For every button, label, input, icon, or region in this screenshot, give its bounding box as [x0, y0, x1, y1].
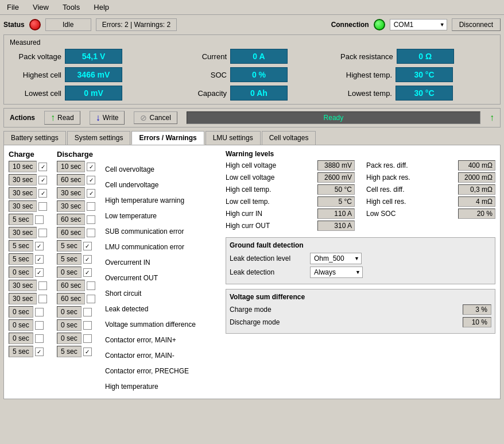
write-button[interactable]: ↓ Write: [90, 111, 125, 125]
charge-column-header: Charge: [9, 150, 55, 159]
discharge-checkbox-8[interactable]: [83, 268, 92, 277]
menu-file[interactable]: File: [3, 2, 22, 13]
charge-time-14: 5 sec: [9, 346, 33, 357]
charge-checkbox-9[interactable]: [38, 281, 47, 290]
menu-view[interactable]: View: [29, 2, 52, 13]
charge-checkbox-5[interactable]: [38, 229, 47, 237]
charge-row: 5 sec: [9, 240, 55, 252]
read-button[interactable]: ↑ Read: [44, 111, 80, 125]
capacity-group: Capacity 0 Ah: [175, 86, 329, 101]
leak-detection-select-wrapper[interactable]: Always Never Charging Discharging: [310, 267, 363, 278]
error-names-rows: Cell overvoltageCell undervoltageHigh te…: [105, 161, 220, 394]
discharge-checkbox-11[interactable]: [83, 308, 92, 316]
warning-right-label-3: High cell res.: [366, 198, 406, 206]
charge-row: 5 sec: [9, 253, 55, 265]
discharge-row: 0 sec: [57, 306, 103, 318]
read-icon: ↑: [51, 113, 55, 123]
tab-errors-warnings[interactable]: Errors / Warnings: [131, 131, 204, 145]
cancel-label: Cancel: [149, 114, 170, 122]
current-label: Current: [175, 52, 227, 61]
charge-checkbox-7[interactable]: [35, 255, 44, 264]
discharge-checkbox-5[interactable]: [87, 229, 95, 237]
discharge-row: 30 sec: [57, 200, 103, 212]
error-name-item: LMU communication error: [105, 239, 220, 254]
error-name-item: High temperature: [105, 379, 220, 394]
highest-temp-label: Highest temp.: [340, 71, 392, 79]
discharge-row: 30 sec: [57, 187, 103, 199]
charge-checkbox-6[interactable]: [35, 242, 44, 250]
charge-checkbox-4[interactable]: [35, 215, 44, 224]
leak-detection-level-select[interactable]: Ohm_500 Ohm_1000 Ohm_2000: [310, 253, 362, 264]
charge-row: 10 sec: [9, 161, 55, 172]
charge-mode-label: Charge mode: [230, 306, 272, 314]
discharge-checkbox-12[interactable]: [83, 321, 92, 330]
charge-checkbox-10[interactable]: [38, 295, 47, 303]
discharge-checkbox-4[interactable]: [87, 215, 95, 224]
discharge-row: 0 sec: [57, 333, 103, 344]
menubar: File View Tools Help: [0, 0, 504, 15]
tab-cell-voltages[interactable]: Cell voltages: [262, 131, 316, 145]
lowest-cell-label: Lowest cell: [10, 89, 61, 98]
warning-left-value-3: 5 °C: [317, 196, 355, 207]
voltage-sum-diff-section: Voltage sum difference Charge mode 3 % D…: [226, 289, 495, 334]
charge-rows: 10 sec 30 sec 30 sec 30 sec 5 sec 30 sec…: [9, 161, 55, 357]
warning-right-value-2: 0,3 mΩ: [458, 184, 495, 195]
charge-checkbox-13[interactable]: [35, 334, 44, 343]
highest-temp-group: Highest temp. 30 °C: [340, 67, 494, 82]
error-name-item: Voltage summation difference: [105, 316, 220, 332]
charge-checkbox-0[interactable]: [38, 163, 47, 171]
charge-checkbox-2[interactable]: [38, 189, 47, 198]
disconnect-button[interactable]: Disconnect: [452, 18, 501, 31]
cancel-button[interactable]: ⊘ Cancel: [134, 111, 177, 124]
lowest-cell-group: Lowest cell 0 mV: [10, 86, 164, 101]
discharge-checkbox-6[interactable]: [83, 242, 92, 250]
leak-detection-row: Leak detection Always Never Charging Dis…: [230, 267, 491, 278]
discharge-time-1: 60 sec: [57, 174, 85, 186]
menu-tools[interactable]: Tools: [59, 2, 83, 13]
charge-checkbox-3[interactable]: [38, 202, 47, 211]
warning-left-value-1: 2600 mV: [317, 172, 355, 183]
warning-columns: High cell voltage 3880 mV Low cell volta…: [226, 160, 495, 233]
charge-time-12: 0 sec: [9, 319, 33, 331]
connection-group: Connection COM1 Disconnect: [331, 18, 501, 31]
charge-row: 0 sec: [9, 306, 55, 318]
soc-group: SOC 0 %: [175, 67, 329, 82]
discharge-checkbox-1[interactable]: [87, 176, 95, 184]
charge-row: 5 sec: [9, 214, 55, 225]
discharge-checkbox-10[interactable]: [87, 295, 95, 303]
capacity-label: Capacity: [175, 89, 227, 98]
leak-detection-select[interactable]: Always Never Charging Discharging: [310, 267, 363, 278]
errors-box: Errors: 2 | Warnings: 2: [96, 18, 177, 31]
tab-system-settings[interactable]: System settings: [67, 131, 131, 145]
charge-checkbox-8[interactable]: [35, 268, 44, 277]
charge-checkbox-12[interactable]: [35, 321, 44, 330]
measured-label: Measured: [10, 38, 494, 47]
discharge-row: 0 sec: [57, 319, 103, 331]
discharge-checkbox-7[interactable]: [83, 255, 92, 264]
discharge-checkbox-0[interactable]: [87, 163, 95, 171]
discharge-checkbox-14[interactable]: [83, 348, 92, 356]
leak-detection-level-select-wrapper[interactable]: Ohm_500 Ohm_1000 Ohm_2000: [310, 253, 362, 264]
warning-right-value-0: 400 mΩ: [458, 160, 495, 171]
charge-time-7: 5 sec: [9, 253, 33, 265]
discharge-checkbox-9[interactable]: [87, 281, 95, 290]
discharge-rows: 10 sec 60 sec 30 sec 30 sec 60 sec 60 se…: [57, 161, 103, 357]
discharge-checkbox-3[interactable]: [87, 202, 95, 211]
com-port-select[interactable]: COM1: [390, 19, 447, 30]
discharge-checkbox-2[interactable]: [87, 189, 95, 198]
com-port-wrapper[interactable]: COM1: [390, 19, 447, 30]
charge-checkbox-14[interactable]: [35, 348, 44, 356]
tab-battery-settings[interactable]: Battery settings: [3, 131, 66, 145]
lowest-temp-value: 30 °C: [396, 86, 453, 101]
warning-left-row-3: Low cell temp. 5 °C: [226, 196, 355, 207]
charge-checkbox-1[interactable]: [38, 176, 47, 184]
measured-section: Measured Pack voltage 54,1 V Current 0 A…: [3, 34, 501, 105]
warning-left-label-0: High cell voltage: [226, 161, 276, 169]
tab-lmu-settings[interactable]: LMU settings: [206, 131, 261, 145]
charge-checkbox-11[interactable]: [35, 308, 44, 316]
discharge-checkbox-13[interactable]: [83, 334, 92, 343]
metrics-grid: Pack voltage 54,1 V Current 0 A Pack res…: [10, 49, 494, 101]
menu-help[interactable]: Help: [90, 2, 113, 13]
warning-right-row-2: Cell res. diff. 0,3 mΩ: [366, 184, 495, 195]
content-panel: Charge 10 sec 30 sec 30 sec 30 sec 5 sec…: [3, 145, 501, 399]
